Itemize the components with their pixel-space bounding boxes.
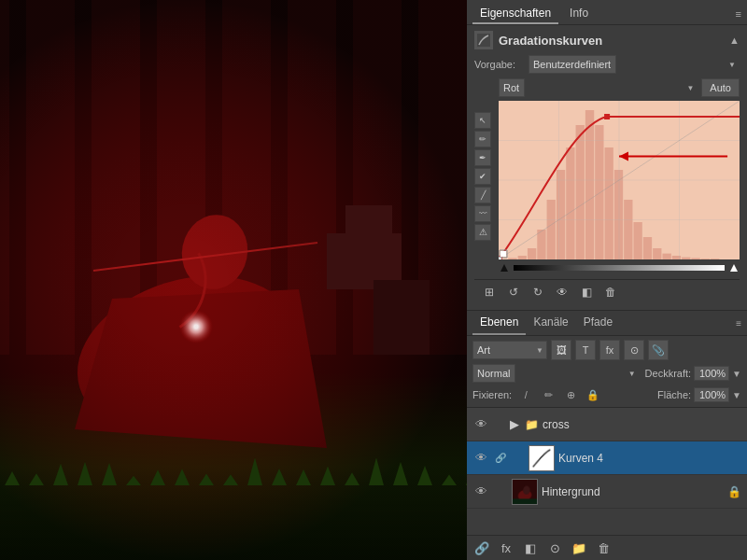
curves-canvas — [499, 101, 740, 259]
curves-toolbar: ⊞ ↺ ↻ 👁 ◧ 🗑 — [474, 279, 740, 304]
eyedropper3-tool[interactable]: ✔ — [474, 168, 491, 185]
curves-toolbar-reset[interactable]: ↺ — [504, 283, 523, 301]
layer-item-hintergrund[interactable]: 👁 Hintergrund 🔒 — [467, 475, 747, 509]
blend-mode-wrapper: Normal — [472, 364, 640, 383]
flaeche-label: Fläche: — [657, 389, 691, 400]
hintergrund-thumb-canvas — [513, 480, 537, 504]
curves-toolbar-delete[interactable]: 🗑 — [601, 283, 620, 301]
eyedropper1-tool[interactable]: ✏ — [474, 131, 491, 147]
layers-blend-row: Normal Deckkraft: ▼ — [472, 364, 741, 383]
layer-link-hintergrund — [493, 484, 508, 499]
vorgabe-label: Vorgabe: — [474, 59, 523, 70]
opacity-label: Deckkraft: — [645, 368, 692, 379]
layers-bottom-toolbar: 🔗 fx ◧ ⊙ 📁 🗑 — [467, 535, 747, 560]
blend-mode-dropdown[interactable]: Normal — [472, 364, 515, 383]
flaeche-dropdown-arrow[interactable]: ▼ — [732, 390, 741, 400]
curves-graph-container[interactable] — [499, 101, 740, 262]
tab-info[interactable]: Info — [562, 4, 596, 24]
art-dropdown-wrapper: Art — [472, 341, 547, 359]
layers-adjustment-button[interactable]: ⊙ — [545, 539, 564, 557]
layers-panel-menu-button[interactable]: ≡ — [736, 318, 741, 329]
panel-menu-button[interactable]: ≡ — [736, 8, 741, 20]
channel-tools: ↖ ✏ ✒ ✔ ╱ 〰 ⚠ — [474, 112, 491, 241]
curves-slider-row — [499, 262, 740, 273]
vorgabe-dropdown[interactable]: Benutzerdefiniert — [529, 55, 616, 74]
curves-graph-area: Rot Auto — [499, 78, 740, 273]
pointer-tool[interactable]: ↖ — [474, 112, 491, 129]
flaeche-input[interactable] — [694, 387, 729, 402]
layer-vis-kurven4[interactable]: 👁 — [472, 450, 489, 467]
opacity-group: Deckkraft: ▼ — [645, 366, 741, 381]
fix-position[interactable]: ⊕ — [562, 386, 579, 403]
layers-mask-button[interactable]: ◧ — [521, 539, 540, 557]
layers-list: 👁 ▶ 📁 cross 👁 🔗 Kurven 4 👁 — [467, 408, 747, 535]
layer-item-kurven4[interactable]: 👁 🔗 Kurven 4 — [467, 441, 747, 475]
curves-toolbar-grid[interactable]: ⊞ — [480, 283, 499, 301]
top-tabs: Eigenschaften Info ≡ — [467, 0, 747, 25]
fix-all[interactable]: 🔒 — [585, 386, 601, 403]
curves-toolbar-mask[interactable]: ◧ — [577, 283, 596, 301]
fixieren-label: Fixieren: — [472, 389, 512, 400]
curves-header: Gradationskurven ▲ — [474, 31, 740, 49]
channel-row: ↖ ✏ ✒ ✔ ╱ 〰 ⚠ Rot Auto — [474, 78, 740, 273]
layers-controls: Art 🖼 T fx ⊙ 📎 Normal Deckkraft: — [467, 336, 747, 408]
kurven4-thumb-canvas — [529, 446, 554, 470]
layers-group-button[interactable]: 📁 — [570, 539, 588, 557]
layer-link-kurven4[interactable]: 🔗 — [493, 451, 508, 466]
opacity-input[interactable] — [694, 366, 729, 381]
eyedropper2-tool[interactable]: ✒ — [474, 149, 491, 166]
layers-fx-button[interactable]: fx — [497, 539, 515, 557]
layer-name-hintergrund: Hintergrund — [542, 485, 724, 498]
slider-white-point[interactable] — [730, 264, 738, 272]
vorgabe-dropdown-wrapper: Benutzerdefiniert — [529, 55, 740, 74]
tab-pfade[interactable]: Pfade — [576, 311, 620, 335]
smooth-tool[interactable]: 〰 — [474, 205, 491, 222]
layer-name-cross: cross — [543, 418, 741, 431]
curves-collapse-button[interactable]: ▲ — [729, 35, 740, 46]
layer-vis-hintergrund[interactable]: 👁 — [472, 483, 489, 500]
layer-folder-icon: ▶ — [510, 417, 519, 431]
gradient-bar — [514, 265, 725, 271]
layer-lock-icon: 🔒 — [727, 485, 741, 498]
slider-black-point[interactable] — [500, 264, 508, 272]
tab-eigenschaften[interactable]: Eigenschaften — [472, 4, 558, 24]
layers-fixieren-row: Fixieren: / ✏ ⊕ 🔒 Fläche: ▼ — [472, 386, 741, 403]
channel-select-row: Rot Auto — [499, 78, 740, 97]
tab-kanaele[interactable]: Kanäle — [526, 311, 575, 335]
layer-filter-adjustment[interactable]: ⊙ — [624, 340, 644, 360]
art-dropdown[interactable]: Art — [472, 341, 547, 359]
curves-toolbar-view[interactable]: 👁 — [553, 283, 571, 301]
fix-pixels[interactable]: ✏ — [540, 386, 557, 403]
curves-title: Gradationskurven — [499, 34, 602, 48]
layer-filter-smart[interactable]: 📎 — [648, 340, 669, 360]
layer-vis-cross[interactable]: 👁 — [472, 416, 489, 433]
layers-panel: Ebenen Kanäle Pfade ≡ Art 🖼 T fx ⊙ 📎 — [467, 311, 747, 560]
layer-thumb-kurven4 — [529, 445, 555, 471]
flaeche-group: Fläche: ▼ — [657, 387, 741, 402]
layer-item-cross[interactable]: 👁 ▶ 📁 cross — [467, 408, 747, 441]
channel-dropdown-wrapper: Rot — [499, 78, 698, 97]
layer-thumb-hintergrund — [512, 479, 538, 505]
opacity-dropdown-arrow[interactable]: ▼ — [732, 369, 741, 379]
layers-delete-button[interactable]: 🗑 — [594, 539, 613, 557]
fix-transparent[interactable]: / — [517, 386, 534, 403]
auto-button[interactable]: Auto — [701, 78, 740, 97]
layer-filter-text[interactable]: T — [575, 340, 596, 360]
tab-ebenen[interactable]: Ebenen — [472, 311, 526, 335]
main-image — [0, 0, 467, 560]
channel-dropdown[interactable]: Rot — [499, 78, 525, 97]
layer-filter-fx[interactable]: fx — [599, 340, 620, 360]
curves-panel: Gradationskurven ▲ Vorgabe: Benutzerdefi… — [467, 25, 747, 311]
warning-tool[interactable]: ⚠ — [474, 224, 491, 241]
layer-filter-image[interactable]: 🖼 — [551, 340, 571, 360]
vorgabe-row: Vorgabe: Benutzerdefiniert — [474, 55, 740, 74]
pencil-tool[interactable]: ╱ — [474, 187, 491, 203]
right-panel: Eigenschaften Info ≡ Gradationskurven ▲ … — [467, 0, 747, 560]
curves-panel-icon — [474, 31, 493, 49]
curves-icon-svg — [477, 34, 490, 47]
image-canvas — [0, 0, 467, 560]
layers-link-button[interactable]: 🔗 — [472, 539, 491, 557]
layer-folder-shape: 📁 — [525, 418, 539, 431]
layers-tabs: Ebenen Kanäle Pfade ≡ — [467, 311, 747, 336]
curves-toolbar-redo[interactable]: ↻ — [529, 283, 547, 301]
